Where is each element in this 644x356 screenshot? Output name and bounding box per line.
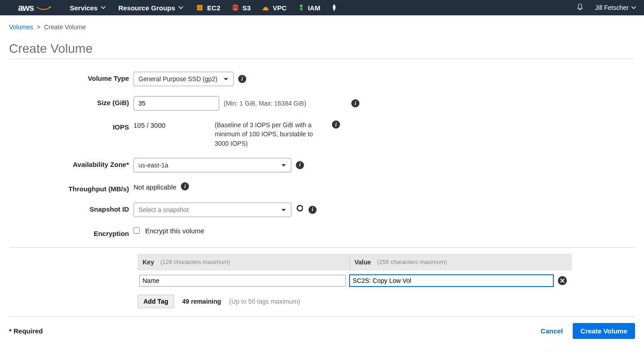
- encryption-checkbox-label: Encrypt this volume: [145, 227, 204, 235]
- breadcrumb: Volumes > Create Volume: [9, 23, 635, 31]
- breadcrumb-volumes-link[interactable]: Volumes: [9, 23, 33, 31]
- tags-header-key: Key: [143, 259, 154, 266]
- shortcut-s3[interactable]: S3: [231, 4, 251, 12]
- nav-resource-groups[interactable]: Resource Groups: [118, 4, 183, 12]
- shortcut-ec2-label: EC2: [207, 4, 220, 12]
- breadcrumb-separator: >: [37, 23, 41, 31]
- caret-down-icon: [281, 206, 286, 213]
- shortcut-vpc[interactable]: VPC: [262, 4, 287, 12]
- top-nav: aws Services Resource Groups EC2 S3: [0, 0, 644, 15]
- shortcut-s3-label: S3: [243, 4, 251, 12]
- shortcut-iam[interactable]: IAM: [298, 4, 321, 12]
- nav-resource-groups-label: Resource Groups: [118, 4, 175, 12]
- user-menu[interactable]: Jill Fetscher: [595, 4, 636, 11]
- label-az: Availability Zone*: [9, 158, 133, 168]
- vpc-icon: [262, 4, 270, 12]
- snapshot-placeholder: Select a snapshot: [138, 206, 189, 213]
- caret-down-icon: [281, 162, 286, 169]
- label-encryption: Encryption: [9, 227, 133, 237]
- iops-hint: (Baseline of 3 IOPS per GiB with a minim…: [215, 120, 314, 148]
- svg-point-4: [233, 8, 238, 11]
- caret-down-icon: [631, 6, 636, 9]
- iam-icon: [298, 4, 305, 12]
- info-icon[interactable]: i: [332, 120, 340, 129]
- caret-down-icon: [223, 75, 229, 83]
- availability-zone-select[interactable]: us-east-1a: [133, 158, 291, 172]
- tags-header-row: Key (128 characters maximum) Value (256 …: [138, 254, 572, 270]
- size-input[interactable]: [138, 97, 214, 110]
- caret-down-icon: [101, 6, 106, 9]
- info-icon[interactable]: i: [351, 99, 359, 107]
- notifications-icon[interactable]: [576, 3, 584, 13]
- tags-section: Key (128 characters maximum) Value (256 …: [138, 254, 572, 308]
- svg-point-5: [300, 5, 303, 7]
- shortcut-vpc-label: VPC: [273, 4, 287, 12]
- aws-smile-icon: [36, 6, 52, 11]
- info-icon[interactable]: i: [296, 161, 304, 169]
- info-icon[interactable]: i: [181, 182, 189, 190]
- throughput-value: Not applicable: [133, 182, 176, 191]
- create-volume-button[interactable]: Create Volume: [573, 323, 635, 339]
- info-icon[interactable]: i: [238, 75, 246, 83]
- divider: [9, 247, 635, 248]
- aws-logo-text: aws: [18, 3, 34, 13]
- svg-rect-7: [300, 9, 303, 9]
- page-footer: * Required Cancel Create Volume: [0, 317, 644, 348]
- tag-value-input[interactable]: [350, 275, 553, 287]
- nav-services-label: Services: [70, 4, 98, 12]
- aws-logo[interactable]: aws: [18, 3, 52, 13]
- tags-header-key-hint: (128 characters maximum): [161, 259, 230, 265]
- pin-icon: [331, 4, 337, 11]
- tag-row: [138, 270, 572, 288]
- size-hint: (Min: 1 GiB, Max: 16384 GiB): [224, 100, 306, 107]
- add-tag-button[interactable]: Add Tag: [138, 295, 174, 308]
- iops-value: 105 / 3000: [133, 120, 210, 129]
- caret-down-icon: [179, 6, 183, 9]
- size-input-wrapper: [133, 96, 219, 111]
- label-volume-type: Volume Type: [9, 72, 133, 82]
- tag-key-input[interactable]: [139, 275, 346, 287]
- tags-header-value: Value: [354, 259, 371, 266]
- snapshot-select[interactable]: Select a snapshot: [133, 203, 291, 217]
- label-throughput: Throughput (MB/s): [9, 182, 133, 193]
- availability-zone-value: us-east-1a: [138, 162, 168, 169]
- required-note: * Required: [9, 327, 43, 335]
- encryption-checkbox[interactable]: [133, 227, 140, 234]
- s3-icon: [231, 4, 239, 12]
- refresh-icon[interactable]: [296, 204, 304, 215]
- pin-shortcuts[interactable]: [331, 4, 340, 11]
- shortcut-ec2[interactable]: EC2: [196, 4, 220, 12]
- label-snapshot: Snapshot ID: [9, 203, 133, 213]
- info-icon[interactable]: i: [308, 206, 317, 214]
- breadcrumb-current: Create Volume: [44, 23, 86, 31]
- label-size: Size (GiB): [9, 96, 133, 106]
- ec2-icon: [196, 4, 204, 12]
- shortcut-iam-label: IAM: [308, 4, 321, 12]
- create-volume-form: Volume Type General Purpose SSD (gp2) i …: [9, 72, 635, 317]
- tags-max-hint: (Up to 50 tags maximum): [229, 298, 300, 305]
- user-name: Jill Fetscher: [595, 4, 629, 11]
- page-title: Create Volume: [9, 42, 635, 59]
- cancel-button[interactable]: Cancel: [541, 327, 563, 335]
- remove-tag-button[interactable]: [558, 276, 567, 285]
- svg-rect-1: [198, 6, 202, 9]
- volume-type-value: General Purpose SSD (gp2): [138, 75, 217, 83]
- tags-remaining: 49 remaining: [182, 298, 221, 305]
- tags-header-value-hint: (256 characters maximum): [377, 259, 447, 265]
- volume-type-select[interactable]: General Purpose SSD (gp2): [133, 72, 234, 86]
- label-iops: IOPS: [9, 120, 133, 131]
- nav-services[interactable]: Services: [70, 4, 106, 12]
